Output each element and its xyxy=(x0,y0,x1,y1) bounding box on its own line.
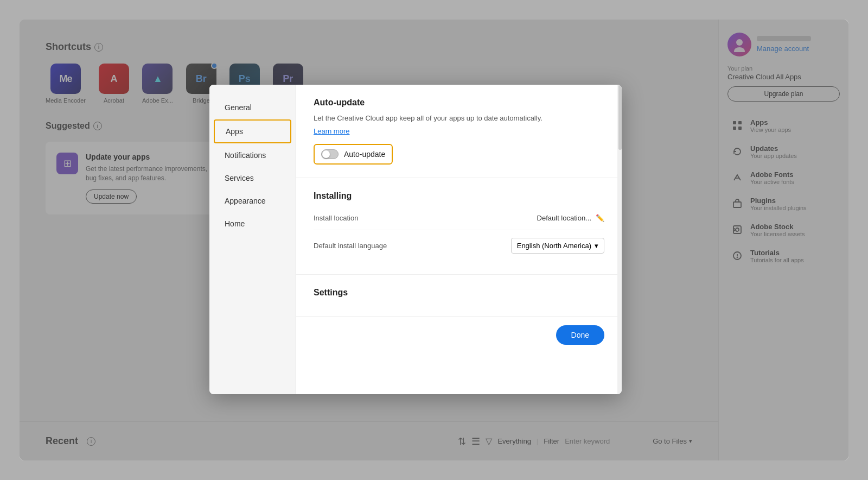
scroll-thumb[interactable] xyxy=(618,85,622,150)
toggle-thumb xyxy=(322,150,330,158)
auto-update-description: Let the Creative Cloud app keep all of y… xyxy=(314,113,604,124)
auto-update-toggle-label: Auto-update xyxy=(344,150,385,159)
settings-section: Settings xyxy=(296,275,622,317)
dialog-nav-general[interactable]: General xyxy=(214,97,291,118)
settings-dialog: General Apps Notifications Services Appe… xyxy=(209,85,622,394)
language-dropdown[interactable]: English (North America) ▾ xyxy=(511,238,604,254)
install-location-row: Install location Default location... ✏️ xyxy=(314,206,604,230)
installing-section: Installing Install location Default loca… xyxy=(296,178,622,275)
done-button[interactable]: Done xyxy=(556,325,604,345)
auto-update-toggle-row: Auto-update xyxy=(314,144,393,165)
installing-heading: Installing xyxy=(314,191,604,201)
install-location-value: Default location... xyxy=(537,214,591,222)
done-button-row: Done xyxy=(296,317,622,356)
install-language-row: Default install language English (North … xyxy=(314,230,604,261)
app-window: Shortcuts i Me Media Encoder A Acrobat xyxy=(20,20,848,460)
language-chevron-icon: ▾ xyxy=(595,242,598,250)
dialog-nav-services[interactable]: Services xyxy=(214,167,291,189)
install-location-label: Install location xyxy=(314,214,358,222)
dialog-content: Auto-update Let the Creative Cloud app k… xyxy=(296,85,622,394)
auto-update-toggle[interactable] xyxy=(321,149,339,159)
edit-location-icon[interactable]: ✏️ xyxy=(596,214,604,222)
dialog-nav: General Apps Notifications Services Appe… xyxy=(209,85,296,394)
auto-update-section: Auto-update Let the Creative Cloud app k… xyxy=(296,85,622,178)
settings-heading: Settings xyxy=(314,288,604,298)
dialog-nav-apps[interactable]: Apps xyxy=(214,119,291,143)
install-location-value-group: Default location... ✏️ xyxy=(537,214,604,222)
language-value: English (North America) xyxy=(517,242,591,250)
learn-more-link[interactable]: Learn more xyxy=(314,127,604,135)
dialog-nav-notifications[interactable]: Notifications xyxy=(214,144,291,166)
install-language-label: Default install language xyxy=(314,242,387,250)
dialog-nav-home[interactable]: Home xyxy=(214,213,291,235)
dialog-nav-appearance[interactable]: Appearance xyxy=(214,190,291,212)
auto-update-heading: Auto-update xyxy=(314,98,604,108)
scroll-track xyxy=(617,85,622,394)
